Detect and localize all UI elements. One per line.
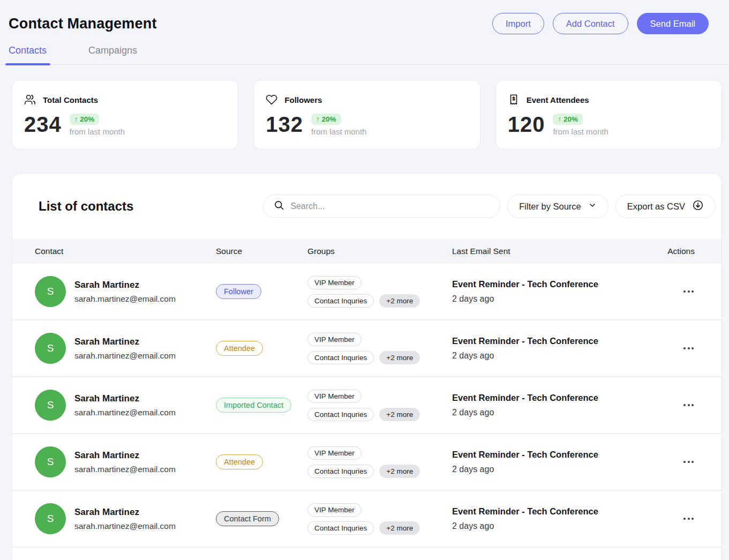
contact-email: sarah.martinez@email.com — [74, 294, 176, 304]
source-badge: Attendee — [216, 454, 263, 469]
top-bar: Contact Management Import Add Contact Se… — [0, 0, 729, 34]
column-header-groups: Groups — [307, 247, 452, 256]
contact-email: sarah.martinez@email.com — [74, 465, 176, 474]
heart-icon — [266, 94, 277, 106]
avatar: S — [35, 503, 66, 534]
contact-email: sarah.martinez@email.com — [74, 521, 176, 531]
change-badge: ↑ 20% — [553, 114, 583, 125]
group-chip: VIP Member — [307, 390, 362, 403]
row-actions-button[interactable] — [682, 286, 695, 297]
export-csv-button[interactable]: Export as CSV — [615, 195, 716, 218]
table-row: S Sarah Martinez sarah.martinez@email.co… — [12, 320, 722, 377]
group-chip: Contact Inquries — [307, 521, 374, 535]
search-icon — [274, 200, 284, 213]
stat-value: 132 — [266, 113, 303, 137]
tab-bar: Contacts Campaigns — [0, 45, 729, 65]
avatar: S — [35, 333, 66, 364]
table-row: S Sarah Martinez sarah.martinez@email.co… — [12, 491, 722, 548]
stat-value: 234 — [24, 113, 62, 137]
more-groups-chip[interactable]: +2 more — [379, 351, 420, 364]
receipt-dollar-icon: $ — [508, 94, 520, 106]
last-email-time: 2 days ago — [452, 408, 663, 417]
group-chip: VIP Member — [307, 446, 362, 460]
stat-label: Total Contacts — [43, 95, 98, 104]
change-note: from last month — [70, 127, 125, 136]
avatar: S — [35, 390, 66, 421]
stat-label: Followers — [284, 95, 322, 104]
change-badge: ↑ 20% — [311, 114, 341, 125]
svg-text:$: $ — [512, 96, 515, 101]
header-actions: Import Add Contact Send Email — [492, 13, 709, 34]
last-email-subject: Event Reminder - Tech Conference — [452, 336, 663, 346]
more-groups-chip[interactable]: +2 more — [379, 521, 420, 535]
panel-title: List of contacts — [39, 199, 133, 214]
ellipsis-icon — [683, 518, 686, 520]
contact-email: sarah.martinez@email.com — [74, 351, 176, 361]
source-badge: Follower — [216, 284, 261, 299]
last-email-time: 2 days ago — [452, 521, 663, 531]
source-badge: Imported Contact — [216, 398, 291, 413]
column-header-contact: Contact — [35, 247, 216, 256]
more-groups-chip[interactable]: +2 more — [379, 465, 420, 478]
search-bar — [263, 195, 500, 218]
group-chip: Contact Inquries — [307, 465, 374, 478]
column-header-last-email: Last Email Sent — [452, 247, 663, 256]
tab-contacts[interactable]: Contacts — [9, 45, 47, 64]
row-actions-button[interactable] — [682, 457, 695, 467]
last-email-time: 2 days ago — [452, 294, 663, 304]
stats-row: Total Contacts 234 ↑ 20% from last month… — [12, 80, 722, 150]
row-actions-button[interactable] — [682, 513, 695, 524]
row-actions-button[interactable] — [682, 400, 695, 410]
last-email-subject: Event Reminder - Tech Conference — [452, 450, 663, 460]
column-header-source: Source — [216, 247, 307, 256]
panel-header: List of contacts Filter by Source Export… — [12, 174, 722, 239]
up-arrow-icon: ↑ — [316, 115, 320, 123]
stat-label: Event Attendees — [527, 95, 589, 104]
contact-email: sarah.martinez@email.com — [74, 408, 176, 417]
contact-name: Sarah Martinez — [74, 507, 176, 518]
avatar: S — [35, 276, 66, 307]
last-email-subject: Event Reminder - Tech Conference — [452, 279, 663, 289]
add-contact-button[interactable]: Add Contact — [553, 13, 628, 34]
contact-name: Sarah Martinez — [74, 337, 176, 347]
contact-name: Sarah Martinez — [74, 393, 176, 404]
download-icon — [692, 199, 704, 213]
avatar: S — [35, 446, 66, 477]
ellipsis-icon — [683, 404, 686, 406]
users-icon — [24, 94, 36, 106]
ellipsis-icon — [683, 461, 686, 463]
stat-value: 120 — [508, 113, 545, 137]
stat-card-total-contacts: Total Contacts 234 ↑ 20% from last month — [12, 80, 238, 150]
contact-name: Sarah Martinez — [74, 280, 176, 290]
change-note: from last month — [311, 127, 366, 136]
table-row: S Sarah Martinez sarah.martinez@email.co… — [12, 377, 722, 434]
search-input[interactable] — [290, 201, 490, 211]
contact-name: Sarah Martinez — [74, 450, 176, 461]
more-groups-chip[interactable]: +2 more — [379, 408, 420, 421]
source-badge: Contact Form — [216, 511, 279, 526]
group-chip: Contact Inquries — [307, 294, 374, 308]
row-actions-button[interactable] — [682, 343, 695, 354]
ellipsis-icon — [683, 290, 686, 293]
up-arrow-icon: ↑ — [74, 115, 78, 123]
more-groups-chip[interactable]: +2 more — [379, 294, 420, 308]
group-chip: VIP Member — [307, 333, 362, 346]
table-row: S Sarah Martinez sarah.martinez@email.co… — [12, 434, 722, 491]
change-badge: ↑ 20% — [70, 114, 100, 125]
filter-by-source-button[interactable]: Filter by Source — [507, 195, 608, 218]
send-email-button[interactable]: Send Email — [637, 13, 709, 34]
up-arrow-icon: ↑ — [558, 115, 561, 123]
import-button[interactable]: Import — [492, 13, 544, 34]
group-chip: Contact Inquries — [307, 351, 374, 364]
source-badge: Attendee — [216, 341, 263, 356]
group-chip: Contact Inquries — [307, 408, 374, 421]
contacts-panel: List of contacts Filter by Source Export… — [12, 173, 722, 560]
ellipsis-icon — [683, 347, 686, 349]
group-chip: VIP Member — [307, 503, 362, 517]
tab-campaigns[interactable]: Campaigns — [88, 45, 137, 64]
last-email-time: 2 days ago — [452, 351, 663, 361]
last-email-time: 2 days ago — [452, 465, 663, 474]
stat-card-followers: Followers 132 ↑ 20% from last month — [253, 80, 480, 150]
table-header: Contact Source Groups Last Email Sent Ac… — [12, 239, 722, 264]
column-header-actions: Actions — [663, 247, 695, 256]
